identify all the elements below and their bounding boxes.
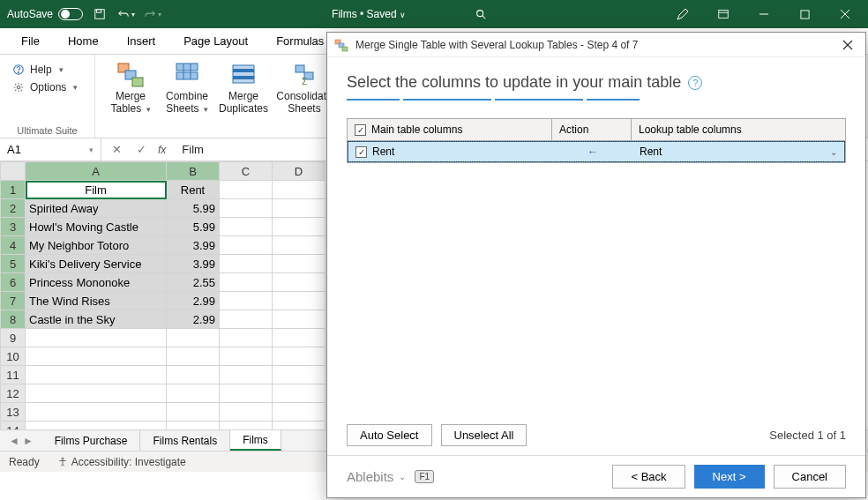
cell[interactable] — [220, 347, 273, 366]
cell[interactable] — [273, 384, 326, 403]
tab-home[interactable]: Home — [56, 29, 111, 53]
save-icon[interactable] — [90, 4, 109, 24]
cell[interactable] — [167, 366, 220, 384]
row-checkbox[interactable]: ✓ — [355, 146, 367, 158]
fx-icon[interactable]: fx — [158, 144, 166, 156]
cancel-button[interactable]: Cancel — [774, 465, 846, 489]
cell[interactable]: Kiki's Delivery Service — [26, 255, 167, 273]
options-button[interactable]: Options▾ — [9, 79, 86, 95]
cell[interactable] — [167, 403, 220, 422]
lookup-column-dropdown[interactable]: Rent ⌄ — [632, 142, 844, 161]
tab-page-layout[interactable]: Page Layout — [171, 29, 260, 53]
dialog-titlebar[interactable]: Merge Single Table with Several Lookup T… — [327, 33, 865, 57]
select-all-checkbox[interactable]: ✓ — [355, 124, 366, 136]
cell[interactable] — [273, 218, 326, 236]
brand-label[interactable]: Ablebits⌄ — [347, 469, 406, 484]
cell[interactable] — [220, 403, 273, 422]
cell[interactable] — [220, 292, 273, 310]
col-header-a[interactable]: A — [26, 162, 167, 181]
cell[interactable] — [220, 255, 273, 273]
row-header[interactable]: 13 — [1, 403, 26, 422]
cell[interactable]: 2.55 — [167, 273, 220, 292]
maximize-icon[interactable] — [785, 1, 824, 27]
tab-file[interactable]: File — [9, 29, 52, 53]
cell[interactable]: Princess Mononoke — [26, 273, 167, 292]
cell[interactable]: 5.99 — [167, 218, 220, 236]
pen-icon[interactable] — [663, 1, 702, 27]
cell[interactable] — [220, 273, 273, 292]
cell[interactable] — [167, 384, 220, 403]
sheet-tab[interactable]: Films Rentals — [140, 430, 230, 451]
ribbon-display-icon[interactable] — [704, 1, 743, 27]
cell[interactable]: Spirited Away — [26, 199, 167, 218]
name-box[interactable]: A1▾ — [0, 138, 101, 160]
enter-formula-icon[interactable]: ✓ — [133, 143, 149, 156]
merge-tables-button[interactable]: MergeTables ▾ — [102, 58, 159, 117]
cell[interactable] — [26, 329, 167, 347]
cell[interactable] — [273, 329, 326, 347]
sheet-tab-active[interactable]: Films — [230, 430, 281, 451]
cell[interactable] — [273, 273, 326, 292]
col-header-c[interactable]: C — [220, 162, 273, 181]
cell[interactable] — [273, 255, 326, 273]
cell[interactable]: Film — [26, 181, 167, 199]
cell[interactable] — [220, 310, 273, 329]
cell[interactable] — [220, 366, 273, 384]
formula-input[interactable]: Film — [175, 143, 204, 156]
row-header[interactable]: 2 — [1, 199, 26, 218]
row-header[interactable]: 14 — [1, 422, 26, 430]
row-header[interactable]: 5 — [1, 255, 26, 273]
cell[interactable]: 3.99 — [167, 236, 220, 255]
header-main-columns[interactable]: ✓ Main table columns — [348, 119, 552, 140]
row-header[interactable]: 12 — [1, 384, 26, 403]
help-button[interactable]: Help▾ — [9, 62, 86, 78]
cell[interactable]: 5.99 — [167, 199, 220, 218]
cell[interactable]: 2.99 — [167, 310, 220, 329]
cell[interactable] — [273, 199, 326, 218]
cell[interactable]: 2.99 — [167, 292, 220, 310]
back-button[interactable]: < Back — [612, 465, 685, 489]
cell[interactable] — [167, 422, 220, 430]
cell[interactable] — [273, 310, 326, 329]
merge-duplicates-button[interactable]: MergeDuplicates — [215, 58, 272, 117]
sheet-tab[interactable]: Films Purchase — [42, 430, 141, 451]
cell[interactable] — [26, 403, 167, 422]
row-header[interactable]: 6 — [1, 273, 26, 292]
row-header[interactable]: 9 — [1, 329, 26, 347]
cell[interactable] — [273, 181, 326, 199]
search-icon[interactable] — [468, 5, 494, 23]
cell[interactable] — [220, 199, 273, 218]
redo-icon[interactable]: ▾ — [143, 4, 162, 24]
row-header[interactable]: 10 — [1, 347, 26, 366]
row-header[interactable]: 11 — [1, 366, 26, 384]
autosave-toggle[interactable]: AutoSave — [7, 8, 83, 20]
cell[interactable]: Rent — [167, 181, 220, 199]
dialog-close-button[interactable] — [837, 34, 858, 56]
cell[interactable] — [273, 366, 326, 384]
row-header[interactable]: 1 — [1, 181, 26, 199]
cell[interactable] — [273, 403, 326, 422]
cell[interactable] — [26, 384, 167, 403]
cell[interactable] — [273, 236, 326, 255]
undo-icon[interactable]: ▾ — [116, 4, 136, 24]
cell[interactable]: Castle in the Sky — [26, 310, 167, 329]
status-accessibility[interactable]: Accessibility: Investigate — [57, 456, 186, 468]
cancel-formula-icon[interactable]: ✕ — [108, 143, 124, 156]
col-header-b[interactable]: B — [167, 162, 220, 181]
toggle-switch[interactable] — [58, 8, 83, 20]
cell[interactable]: 3.99 — [167, 255, 220, 273]
tab-insert[interactable]: Insert — [115, 29, 168, 53]
cell[interactable] — [220, 218, 273, 236]
select-all-cell[interactable] — [1, 162, 26, 181]
row-header[interactable]: 4 — [1, 236, 26, 255]
combine-sheets-button[interactable]: CombineSheets ▾ — [159, 58, 215, 117]
sheet-nav-prev-icon[interactable]: ◄ — [9, 435, 19, 447]
help-icon[interactable]: ? — [688, 76, 702, 90]
cell[interactable] — [220, 422, 273, 430]
cell[interactable] — [26, 422, 167, 430]
auto-select-button[interactable]: Auto Select — [347, 424, 432, 446]
row-header[interactable]: 7 — [1, 292, 26, 310]
cell[interactable] — [273, 347, 326, 366]
close-icon[interactable] — [826, 1, 864, 27]
cell[interactable] — [273, 292, 326, 310]
